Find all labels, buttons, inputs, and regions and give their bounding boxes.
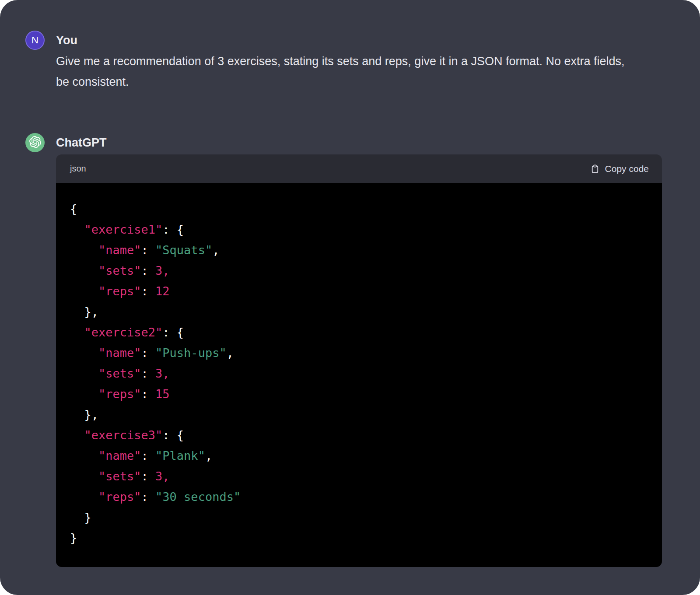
code-line: } xyxy=(70,507,649,528)
user-message: N You Give me a recommendation of 3 exer… xyxy=(25,31,662,92)
code-line: } xyxy=(70,528,649,548)
assistant-message-author: ChatGPT xyxy=(56,133,662,152)
code-line: "name": "Push-ups", xyxy=(70,343,649,363)
user-message-body: You Give me a recommendation of 3 exerci… xyxy=(56,31,662,92)
code-block-header: json Copy code xyxy=(56,154,662,183)
code-line: { xyxy=(70,199,649,219)
clipboard-icon xyxy=(590,164,600,174)
chat-conversation: N You Give me a recommendation of 3 exer… xyxy=(0,0,700,595)
code-line: }, xyxy=(70,404,649,425)
assistant-message-body: ChatGPT json Copy code { "exerc xyxy=(56,133,662,567)
copy-code-button[interactable]: Copy code xyxy=(590,164,649,174)
code-line: "reps": 15 xyxy=(70,384,649,404)
code-line: "exercise3": { xyxy=(70,425,649,445)
user-message-author: You xyxy=(56,31,662,50)
copy-code-label: Copy code xyxy=(605,164,649,174)
code-line: "name": "Plank", xyxy=(70,445,649,466)
code-line: "sets": 3, xyxy=(70,363,649,384)
code-line: "reps": 12 xyxy=(70,281,649,301)
openai-logo-icon xyxy=(29,136,41,150)
code-line: }, xyxy=(70,301,649,322)
code-line: "name": "Squats", xyxy=(70,240,649,260)
user-message-text: Give me a recommendation of 3 exercises,… xyxy=(56,51,636,92)
code-line: "reps": "30 seconds" xyxy=(70,486,649,507)
code-language-label: json xyxy=(70,164,86,174)
code-line: "exercise2": { xyxy=(70,322,649,343)
user-avatar: N xyxy=(25,31,45,50)
assistant-message: ChatGPT json Copy code { "exerc xyxy=(25,133,662,567)
user-avatar-letter: N xyxy=(32,35,38,46)
code-block: json Copy code { "exercise1": { "name": … xyxy=(56,154,662,567)
code-content: { "exercise1": { "name": "Squats", "sets… xyxy=(56,183,662,567)
code-line: "sets": 3, xyxy=(70,260,649,281)
chatgpt-avatar xyxy=(25,133,45,152)
code-line: "exercise1": { xyxy=(70,219,649,240)
code-line: "sets": 3, xyxy=(70,466,649,486)
